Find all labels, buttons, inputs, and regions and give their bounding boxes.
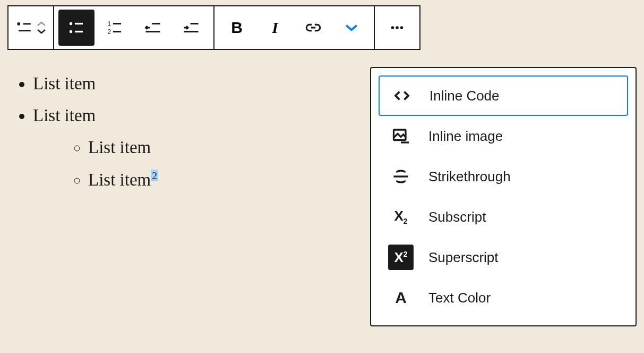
dropdown-item-label: Subscript [428,209,486,225]
list-block-type-button[interactable] [13,10,49,46]
toolbar-group-more [375,6,419,49]
bullet-list-icon [67,18,86,37]
more-horizontal-icon [388,19,406,37]
dropdown-item-text-color[interactable]: A Text Color [379,278,628,318]
dropdown-item-label: Text Color [428,290,491,306]
editor-content[interactable]: List item List item List item List item2 [13,64,158,199]
dropdown-item-inline-image[interactable]: Inline image [379,116,628,156]
dropdown-item-inline-code[interactable]: Inline Code [379,75,628,116]
list-item-text: List item [88,138,151,157]
block-toolbar: 1 2 B I [7,5,420,50]
dropdown-item-label: Superscript [428,249,499,266]
toolbar-group-list: 1 2 [54,6,214,49]
bold-icon: B [231,19,243,37]
indent-button[interactable] [173,10,209,46]
bold-button[interactable]: B [219,10,255,46]
dropdown-item-subscript[interactable]: X2 Subscript [379,197,628,237]
svg-point-15 [391,26,394,29]
chevron-up-icon [36,20,47,28]
svg-point-16 [396,26,399,29]
more-options-button[interactable] [379,10,415,46]
code-icon [389,83,415,108]
list-item[interactable]: List item [33,71,158,96]
svg-text:2: 2 [108,28,111,36]
format-dropdown: Inline Code Inline image Strikethrough X… [370,67,637,326]
list-item[interactable]: List item [88,135,158,159]
list-item-text: List item [33,106,96,125]
image-icon [388,123,414,149]
outdent-icon [143,18,162,37]
numbered-list-icon: 1 2 [105,18,124,37]
dropdown-item-superscript[interactable]: X2 Superscript [379,237,628,278]
list-item-text: List item [88,170,151,189]
strikethrough-icon [388,164,414,189]
link-button[interactable] [295,10,331,46]
italic-button[interactable]: I [257,10,293,46]
link-icon [304,19,322,37]
list-item[interactable]: List item List item List item2 [33,103,158,192]
dropdown-item-label: Strikethrough [428,169,511,185]
list-block-icon [15,18,33,37]
more-formatting-button[interactable] [333,10,370,46]
dropdown-item-label: Inline Code [430,88,500,104]
list-item-text: List item [33,74,96,93]
italic-icon: I [272,19,278,37]
outdent-button[interactable] [135,10,171,46]
dropdown-item-strikethrough[interactable]: Strikethrough [379,156,628,197]
svg-point-3 [70,22,72,25]
superscript-icon: X2 [388,245,414,270]
superscript-text: 2 [151,170,158,181]
chevron-down-icon [344,20,359,35]
subscript-icon: X2 [388,204,414,230]
chevron-down-icon [36,28,47,35]
dropdown-item-label: Inline image [428,128,503,145]
list-item[interactable]: List item2 [88,167,158,192]
indent-icon [182,18,201,37]
svg-point-0 [17,22,20,26]
text-color-icon: A [388,285,414,310]
svg-point-17 [400,26,403,29]
unordered-list-button[interactable] [58,10,95,46]
svg-point-4 [70,30,72,33]
bullet-list: List item List item List item List item2 [13,71,158,192]
toolbar-group-block [8,6,54,49]
nested-bullet-list: List item List item2 [33,135,158,191]
ordered-list-button[interactable]: 1 2 [97,10,133,46]
svg-text:1: 1 [108,20,111,28]
toolbar-group-format: B I [214,6,375,49]
